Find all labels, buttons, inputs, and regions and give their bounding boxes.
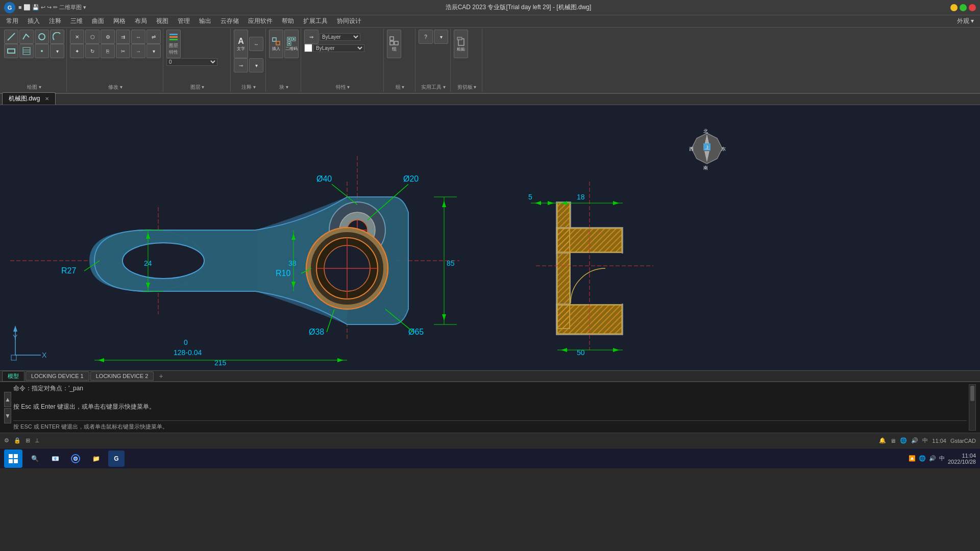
tool-delete[interactable]: ✕ [70, 30, 84, 44]
tool-group[interactable]: 组 [387, 30, 401, 58]
btab-locking2[interactable]: LOCKING DEVICE 2 [90, 371, 154, 381]
menu-item-视图[interactable]: 视图 [152, 16, 173, 27]
taskbar-folder[interactable]: 📁 [88, 450, 104, 467]
settings-icon[interactable]: ⚙ [4, 437, 9, 443]
tool-polyline[interactable] [19, 30, 34, 44]
tool-copy[interactable]: ⎘ [101, 44, 115, 58]
taskbar-left: 🔍 📧 📁 G [4, 449, 125, 468]
menu-item-注释[interactable]: 注释 [45, 16, 65, 27]
svg-text:128-0.04: 128-0.04 [174, 348, 202, 357]
tab-label: 机械图.dwg [9, 95, 40, 102]
tool-text[interactable]: A 文字 [234, 30, 248, 58]
title-bar: G ■ ⬜ 💾 ↩ ↪ ✏ 二维草图 ▾ 浩辰CAD 2023 专业版[Tria… [0, 0, 980, 15]
status-volume-icon: 🔊 [911, 437, 918, 444]
taskbar-network-icon: 🌐 [919, 455, 926, 462]
taskbar-search[interactable]: 🔍 [27, 450, 43, 467]
tool-extend[interactable]: → [131, 44, 145, 58]
status-monitor-icon: 🖥 [890, 438, 896, 444]
tool-decompose[interactable]: ⬡ [85, 30, 100, 44]
svg-rect-19 [395, 41, 398, 45]
menu-item-布局[interactable]: 布局 [131, 16, 151, 27]
tool-dimension[interactable]: ⊸ [234, 58, 248, 72]
minimize-button[interactable] [950, 4, 958, 11]
taskbar-right: 🔼 🌐 🔊 中 11:04 2022/10/28 [909, 453, 976, 465]
toolbar: ▾ 绘图 ▾ ✕ ⬡ ⚙ ⇉ ↔ ⇌ ✦ ↻ ⎘ ✂ → ▾ 修改 ▾ 图层特性 [0, 28, 980, 94]
toolbar-row2: ByLayer [304, 44, 381, 52]
btab-add-button[interactable]: + [155, 371, 167, 381]
svg-rect-15 [293, 38, 295, 40]
svg-rect-22 [457, 37, 462, 40]
tool-trim[interactable]: ✂ [116, 44, 130, 58]
menu-item-常用[interactable]: 常用 [2, 16, 22, 27]
tool-hatch[interactable] [19, 44, 34, 58]
command-area: ▲ ▼ 命令：指定对角点：'_pan 按 Esc 或 Enter 键退出，或单击… [0, 382, 980, 433]
menu-item-插入[interactable]: 插入 [23, 16, 44, 27]
toolbar-row: ⇒ ByLayer [304, 30, 381, 44]
tool-more-modify[interactable]: ▾ [146, 44, 161, 58]
menu-item-协同设计[interactable]: 协同设计 [333, 16, 365, 27]
tool-more-drawing[interactable]: ▾ [50, 44, 64, 58]
taskbar-chrome[interactable] [67, 450, 84, 467]
tool-layer-properties[interactable]: 图层特性 [166, 30, 181, 58]
tool-match-properties[interactable]: ⇒ [304, 30, 318, 44]
layer-dropdown[interactable]: 0 [166, 58, 217, 66]
tool-rotate[interactable]: ↻ [85, 44, 100, 58]
menu-item-管理[interactable]: 管理 [174, 16, 194, 27]
tool-circle[interactable] [35, 30, 49, 44]
tool-more-ann[interactable]: ▾ [249, 58, 263, 72]
svg-text:18: 18 [577, 193, 585, 201]
linetype-dropdown[interactable]: ByLayer [313, 44, 364, 52]
menu-item-应用软件[interactable]: 应用软件 [244, 16, 277, 27]
tool-query[interactable]: ? [419, 30, 433, 44]
tool-offset[interactable]: ⇉ [116, 30, 130, 44]
tool-rect[interactable] [4, 44, 18, 58]
tool-qrcode[interactable]: 二维码 [284, 30, 299, 58]
color-dropdown[interactable]: ByLayer [320, 33, 360, 41]
menu-item-曲面[interactable]: 曲面 [88, 16, 108, 27]
toolbar-row: 插入 二维码 [269, 30, 299, 58]
menu-item-云存储[interactable]: 云存储 [216, 16, 243, 27]
btab-model[interactable]: 模型 [2, 371, 24, 382]
tab-drawing[interactable]: 机械图.dwg ✕ [2, 92, 56, 105]
tool-stretch[interactable]: ↔ [131, 30, 145, 44]
tool-point[interactable] [35, 44, 49, 58]
start-button[interactable] [4, 449, 22, 468]
status-grid-icon[interactable]: ⊞ [26, 437, 30, 443]
taskbar-gstarcad[interactable]: G [108, 450, 125, 467]
command-scroll-down[interactable]: ▼ [4, 408, 11, 423]
tool-line[interactable] [4, 30, 18, 44]
status-app-label: GstarCAD [950, 438, 976, 444]
tool-dimlinear[interactable]: ↔ [249, 37, 263, 51]
tool-layout[interactable]: ⚙ [101, 30, 115, 44]
tool-paste[interactable]: 粘贴 [454, 30, 468, 58]
svg-line-0 [8, 33, 15, 40]
menu-bar: 常用 插入 注释 三维 曲面 网格 布局 视图 管理 输出 云存储 应用软件 帮… [0, 15, 980, 28]
status-globe-icon: 🌐 [900, 437, 907, 444]
menu-item-帮助[interactable]: 帮助 [278, 16, 298, 27]
tool-mirror[interactable]: ⇌ [146, 30, 161, 44]
svg-text:上: 上 [705, 145, 709, 150]
tab-close-button[interactable]: ✕ [45, 96, 49, 102]
maximize-button[interactable] [960, 4, 967, 11]
command-prompt-text: 按 ESC 或 ENTER 键退出，或者单击鼠标右键显示快捷菜单。 [13, 423, 168, 430]
tool-insert-block[interactable]: 插入 [269, 30, 283, 58]
tab-bar: 机械图.dwg ✕ [0, 94, 980, 105]
menu-item-网格[interactable]: 网格 [109, 16, 130, 27]
close-button[interactable] [969, 4, 976, 11]
svg-rect-20 [390, 41, 394, 45]
tool-more-utility[interactable]: ▾ [434, 30, 448, 44]
canvas-area[interactable]: Ai [0, 105, 980, 370]
tool-arc[interactable] [50, 30, 64, 44]
btab-locking1[interactable]: LOCKING DEVICE 1 [26, 371, 89, 381]
taskbar-mail[interactable]: 📧 [47, 450, 63, 467]
menu-item-三维[interactable]: 三维 [66, 16, 87, 27]
bottom-tab-bar: 模型 LOCKING DEVICE 1 LOCKING DEVICE 2 + [0, 370, 980, 382]
status-ortho-icon[interactable]: ⊥ [35, 437, 40, 443]
menu-item-输出[interactable]: 输出 [195, 16, 215, 27]
menu-item-扩展工具[interactable]: 扩展工具 [299, 16, 332, 27]
command-scroll-up[interactable]: ▲ [4, 392, 11, 407]
logo-icon: G [4, 2, 15, 13]
command-scrollbar[interactable] [969, 384, 976, 431]
tool-move[interactable]: ✦ [70, 44, 84, 58]
menu-item-外观[interactable]: 外观 ▾ [953, 16, 978, 27]
